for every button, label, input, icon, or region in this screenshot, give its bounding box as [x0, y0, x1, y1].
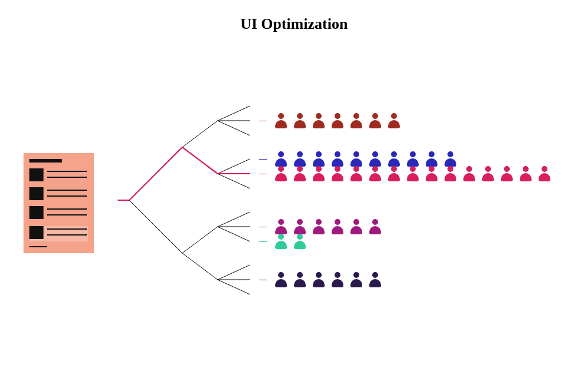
- svg-line-21: [182, 147, 218, 174]
- user-icon: [368, 272, 382, 287]
- user-icon: [425, 166, 439, 181]
- user-icon: [443, 166, 457, 181]
- user-icon: [293, 151, 307, 167]
- row-dash: [259, 121, 267, 121]
- user-icon: [387, 151, 401, 167]
- row-dash: [259, 227, 267, 227]
- svg-line-12: [182, 253, 218, 280]
- user-icon: [293, 219, 307, 234]
- user-icon: [349, 272, 363, 287]
- user-icon: [274, 234, 288, 249]
- user-icon: [274, 272, 288, 287]
- user-row: [259, 151, 457, 167]
- svg-line-18: [218, 280, 250, 294]
- page-title: UI Optimization: [0, 15, 588, 33]
- user-icon: [500, 166, 514, 181]
- user-icon: [368, 113, 382, 128]
- user-icon: [406, 151, 420, 167]
- row-dash: [259, 241, 267, 242]
- row-dash: [259, 159, 267, 160]
- user-icon: [293, 113, 307, 128]
- user-icon: [293, 234, 307, 249]
- user-row: [259, 234, 307, 249]
- user-icon: [537, 166, 552, 181]
- user-icon: [443, 151, 457, 167]
- user-icon: [330, 151, 345, 167]
- user-row: [259, 113, 401, 128]
- user-icon: [274, 151, 288, 167]
- svg-line-15: [218, 227, 250, 241]
- user-icon: [293, 272, 307, 287]
- user-icon: [312, 219, 326, 234]
- user-icon: [368, 219, 382, 234]
- svg-line-20: [129, 147, 182, 200]
- svg-line-8: [218, 159, 250, 174]
- user-icon: [330, 166, 345, 181]
- svg-line-16: [218, 265, 250, 280]
- user-icon: [312, 151, 326, 167]
- svg-line-5: [218, 106, 250, 121]
- user-icon: [349, 166, 363, 181]
- user-icon: [519, 166, 533, 181]
- user-row: [259, 272, 382, 287]
- user-icon: [312, 272, 326, 287]
- user-icon: [349, 113, 363, 128]
- user-icon: [387, 166, 401, 181]
- row-dash: [259, 280, 267, 280]
- user-icon: [481, 166, 495, 181]
- user-icon: [274, 113, 288, 128]
- svg-line-13: [218, 212, 250, 227]
- user-icon: [349, 151, 363, 167]
- svg-line-7: [218, 121, 250, 135]
- user-icon: [406, 166, 420, 181]
- svg-line-11: [182, 227, 218, 253]
- user-icon: [462, 166, 476, 181]
- user-icon: [330, 272, 345, 287]
- svg-line-3: [182, 121, 218, 147]
- user-icon: [293, 166, 307, 181]
- row-dash: [259, 174, 267, 174]
- user-icon: [387, 113, 401, 128]
- svg-line-2: [129, 200, 182, 253]
- user-icon: [274, 166, 288, 181]
- svg-line-10: [218, 174, 250, 188]
- user-icon: [312, 113, 326, 128]
- user-row: [259, 219, 382, 234]
- tree-diagram: [118, 91, 265, 309]
- user-icon: [349, 219, 363, 234]
- user-icon: [330, 219, 345, 234]
- ui-document-icon: [24, 153, 94, 253]
- user-icon: [312, 166, 326, 181]
- user-icon: [274, 219, 288, 234]
- user-icon: [330, 113, 345, 128]
- user-row: [259, 166, 552, 181]
- user-icon: [368, 151, 382, 167]
- user-icon: [425, 151, 439, 167]
- user-icon: [368, 166, 382, 181]
